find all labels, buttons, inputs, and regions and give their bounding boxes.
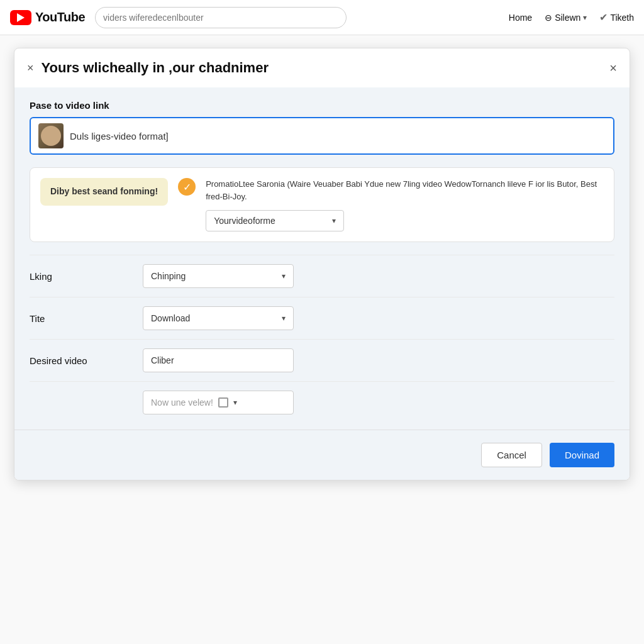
url-section: Pase to video link	[14, 87, 630, 167]
form-section: Lking Chinping ▾ Tite Download ▾ Desired…	[14, 255, 630, 430]
video-card: Diby best seand fonming! ✓ PromatioLtee …	[30, 167, 614, 242]
nav-user-link[interactable]: ⊖ Silewn ▾	[545, 13, 587, 23]
checkmark-icon: ✔	[599, 11, 608, 23]
form-row-lking: Lking Chinping ▾	[30, 255, 614, 297]
format-chevron-icon: ▾	[332, 216, 336, 225]
nav-verified-label: Tiketh	[610, 13, 634, 23]
tite-value: Download	[151, 313, 190, 323]
nav-home-link[interactable]: Home	[509, 13, 532, 23]
tite-label: Tite	[30, 313, 143, 324]
url-thumbnail	[38, 123, 64, 148]
form-row-desired-video: Desired video	[30, 339, 614, 381]
download-button[interactable]: Dovinad	[550, 443, 614, 467]
video-tag: Diby best seand fonming!	[40, 178, 168, 206]
format-dropdown[interactable]: Yourvideoforme ▾	[206, 210, 344, 231]
modal-title: Yours wlicheally in ,our chadnimer	[42, 60, 610, 76]
user-icon: ⊖	[545, 13, 552, 23]
checkmark-badge: ✓	[178, 178, 196, 196]
logo-text: YouTube	[35, 10, 85, 25]
close-left-icon[interactable]: ×	[27, 62, 34, 75]
desired-video-label: Desired video	[30, 355, 143, 366]
lking-value: Chinping	[151, 271, 186, 281]
nav-links: Home ⊖ Silewn ▾ ✔ Tiketh	[509, 11, 634, 23]
modal-footer: Cancel Dovinad	[14, 430, 630, 480]
video-card-right: PromatioLtee Saronia (Waire Veuaber Babi…	[206, 178, 604, 231]
modal-overlay: × Yours wlicheally in ,our chadnimer × P…	[14, 48, 630, 480]
chevron-down-icon: ▾	[583, 13, 587, 22]
nav-user-label: Silewn	[555, 13, 580, 23]
topbar: YouTube Home ⊖ Silewn ▾ ✔ Tiketh	[0, 0, 644, 35]
tite-chevron-icon: ▾	[282, 314, 286, 323]
close-right-icon[interactable]: ×	[609, 61, 617, 75]
lking-label: Lking	[30, 271, 143, 282]
url-input-wrapper	[30, 117, 614, 155]
url-input[interactable]	[70, 131, 606, 142]
search-input[interactable]	[95, 7, 347, 28]
nav-verified-link[interactable]: ✔ Tiketh	[599, 11, 634, 23]
lking-chevron-icon: ▾	[282, 272, 286, 280]
checkbox-placeholder: Now une velew!	[151, 397, 213, 408]
desired-video-input[interactable]	[143, 348, 294, 372]
lking-dropdown[interactable]: Chinping ▾	[143, 264, 294, 288]
format-dropdown-value: Yourvideoforme	[214, 216, 275, 226]
checkbox-dropdown[interactable]: Now une velew! ▾	[143, 391, 294, 414]
page-content: × Yours wlicheally in ,our chadnimer × P…	[0, 35, 644, 493]
youtube-logo-icon	[10, 10, 31, 25]
tite-dropdown[interactable]: Download ▾	[143, 306, 294, 330]
checkbox-chevron-icon: ▾	[233, 398, 237, 407]
form-row-checkbox: Now une velew! ▾	[30, 381, 614, 423]
logo-area: YouTube	[10, 10, 85, 25]
checkbox-box[interactable]	[218, 397, 228, 408]
form-row-tite: Tite Download ▾	[30, 297, 614, 339]
video-description: PromatioLtee Saronia (Waire Veuaber Babi…	[206, 178, 604, 203]
url-label: Pase to video link	[30, 100, 614, 111]
video-info-section: Diby best seand fonming! ✓ PromatioLtee …	[14, 167, 630, 255]
modal-header: × Yours wlicheally in ,our chadnimer ×	[14, 48, 630, 87]
thumbnail-face	[41, 126, 61, 146]
cancel-button[interactable]: Cancel	[481, 443, 542, 467]
